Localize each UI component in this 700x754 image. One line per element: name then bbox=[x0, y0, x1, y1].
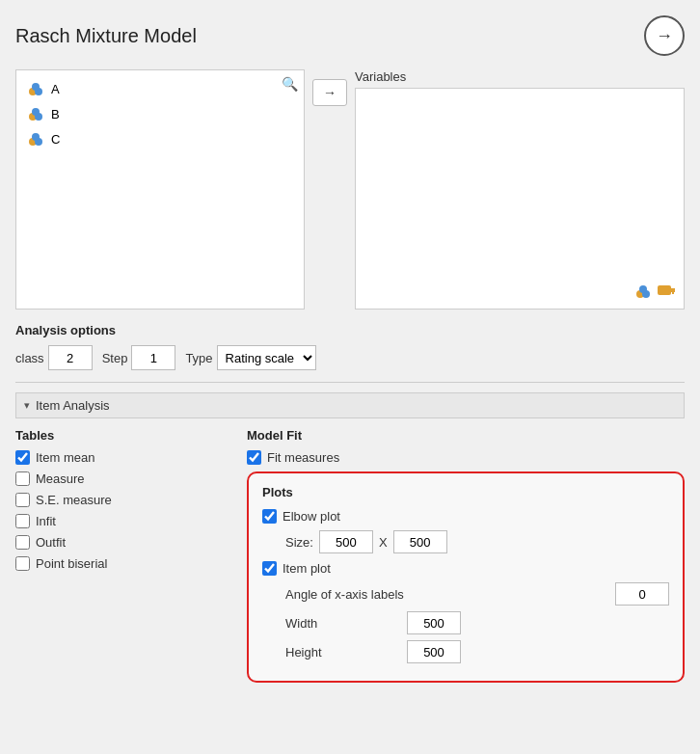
search-button[interactable]: 🔍 bbox=[282, 76, 298, 92]
navigate-button[interactable]: → bbox=[644, 15, 685, 56]
options-row: class Step Type Rating scale Partial cre… bbox=[15, 345, 685, 370]
checkbox-infit: Infit bbox=[15, 514, 228, 528]
list-item[interactable]: B bbox=[22, 101, 298, 126]
step-input[interactable] bbox=[131, 345, 175, 370]
svg-point-5 bbox=[32, 108, 40, 116]
transfer-arrow-icon: → bbox=[323, 85, 337, 100]
right-column: Model Fit Fit measures Plots Elbow plot … bbox=[247, 428, 685, 683]
var-label-c: C bbox=[51, 132, 60, 147]
checkbox-fit-measures-label: Fit measures bbox=[267, 450, 339, 465]
svg-rect-14 bbox=[672, 288, 674, 294]
class-group: class bbox=[15, 345, 93, 370]
checkbox-elbow-plot: Elbow plot bbox=[262, 509, 669, 524]
checkbox-se-measure-input[interactable] bbox=[15, 493, 30, 507]
var-icon-b bbox=[26, 104, 45, 123]
checkbox-infit-input[interactable] bbox=[15, 514, 30, 528]
checkbox-measure-input[interactable] bbox=[15, 471, 30, 486]
elbow-size-label: Size: bbox=[285, 535, 313, 550]
checkbox-outfit: Outfit bbox=[15, 535, 228, 550]
two-col-layout: Tables Item mean Measure S.E. measure In… bbox=[15, 428, 685, 683]
checkbox-elbow-plot-input[interactable] bbox=[262, 509, 277, 524]
variables-label: Variables bbox=[355, 69, 685, 84]
checkbox-point-biserial-input[interactable] bbox=[15, 556, 30, 571]
svg-point-8 bbox=[32, 133, 40, 141]
elbow-width-input[interactable] bbox=[319, 530, 373, 553]
checkbox-item-mean: Item mean bbox=[15, 450, 228, 465]
checkbox-fit-measures: Fit measures bbox=[247, 450, 685, 465]
svg-point-11 bbox=[639, 285, 647, 293]
var-label-b: B bbox=[51, 107, 60, 121]
transfer-area: → bbox=[312, 69, 347, 310]
variables-drop-zone[interactable] bbox=[355, 88, 685, 310]
analysis-options-title: Analysis options bbox=[15, 323, 685, 337]
divider bbox=[15, 382, 685, 383]
arrow-right-icon: → bbox=[656, 26, 673, 46]
checkbox-item-plot-label: Item plot bbox=[283, 561, 331, 576]
plots-title: Plots bbox=[262, 485, 669, 499]
variables-section: 🔍 A bbox=[15, 69, 685, 310]
class-label: class bbox=[15, 351, 44, 365]
var-label-a: A bbox=[51, 82, 60, 96]
item-analysis-header[interactable]: ▾ Item Analysis bbox=[15, 392, 685, 418]
plots-box: Plots Elbow plot Size: X Item plot bbox=[247, 471, 685, 683]
type-label: Type bbox=[185, 351, 212, 365]
model-fit-title: Model Fit bbox=[247, 428, 685, 443]
list-item[interactable]: A bbox=[22, 76, 298, 101]
variables-right: Variables bbox=[355, 69, 685, 310]
elbow-size-row: Size: X bbox=[285, 530, 669, 553]
step-label: Step bbox=[102, 351, 128, 365]
drop-zone-icons bbox=[633, 282, 676, 301]
checkbox-item-mean-label: Item mean bbox=[36, 450, 94, 465]
svg-point-2 bbox=[32, 83, 40, 91]
item-plot-height-label: Height bbox=[285, 645, 401, 660]
icon-key bbox=[657, 282, 676, 299]
collapse-icon: ▾ bbox=[24, 399, 30, 412]
item-plot-width-row: Width bbox=[285, 611, 669, 634]
checkbox-point-biserial: Point biserial bbox=[15, 556, 228, 571]
tables-title: Tables bbox=[15, 428, 228, 443]
elbow-height-input[interactable] bbox=[393, 530, 447, 553]
item-plot-height-input[interactable] bbox=[407, 640, 461, 663]
checkbox-point-biserial-label: Point biserial bbox=[36, 556, 107, 571]
angle-input[interactable] bbox=[615, 582, 669, 606]
checkbox-fit-measures-input[interactable] bbox=[247, 450, 261, 465]
item-analysis-label: Item Analysis bbox=[36, 398, 110, 413]
var-icon-a bbox=[26, 79, 45, 98]
checkbox-se-measure: S.E. measure bbox=[15, 493, 228, 507]
checkbox-infit-label: Infit bbox=[36, 514, 56, 528]
checkbox-measure-label: Measure bbox=[36, 471, 85, 486]
checkbox-measure: Measure bbox=[15, 471, 228, 486]
var-icon-c bbox=[26, 129, 45, 148]
transfer-button[interactable]: → bbox=[312, 79, 347, 106]
title-bar: Rasch Mixture Model → bbox=[15, 15, 685, 56]
item-plot-width-label: Width bbox=[285, 616, 401, 631]
elbow-x-label: X bbox=[379, 535, 388, 550]
type-group: Type Rating scale Partial credit bbox=[185, 345, 315, 370]
analysis-options: Analysis options class Step Type Rating … bbox=[15, 323, 685, 370]
icon-cluster-orange bbox=[633, 282, 653, 301]
step-group: Step bbox=[102, 345, 176, 370]
checkbox-item-plot: Item plot bbox=[262, 561, 669, 576]
angle-label: Angle of x-axis labels bbox=[285, 587, 609, 602]
class-input[interactable] bbox=[48, 345, 93, 370]
tables-column: Tables Item mean Measure S.E. measure In… bbox=[15, 428, 228, 683]
main-container: Rasch Mixture Model → 🔍 A bbox=[0, 0, 700, 754]
angle-row: Angle of x-axis labels bbox=[285, 582, 669, 606]
list-item[interactable]: C bbox=[22, 126, 298, 151]
search-icon: 🔍 bbox=[282, 76, 298, 92]
checkbox-outfit-input[interactable] bbox=[15, 535, 30, 550]
checkbox-item-mean-input[interactable] bbox=[15, 450, 30, 465]
checkbox-elbow-plot-label: Elbow plot bbox=[283, 509, 340, 524]
item-plot-height-row: Height bbox=[285, 640, 669, 663]
checkbox-outfit-label: Outfit bbox=[36, 535, 66, 550]
variable-list: 🔍 A bbox=[15, 69, 305, 310]
type-select[interactable]: Rating scale Partial credit bbox=[217, 345, 316, 370]
item-plot-width-input[interactable] bbox=[407, 611, 461, 634]
checkbox-se-measure-label: S.E. measure bbox=[36, 493, 112, 507]
page-title: Rasch Mixture Model bbox=[15, 25, 197, 47]
checkbox-item-plot-input[interactable] bbox=[262, 561, 277, 576]
